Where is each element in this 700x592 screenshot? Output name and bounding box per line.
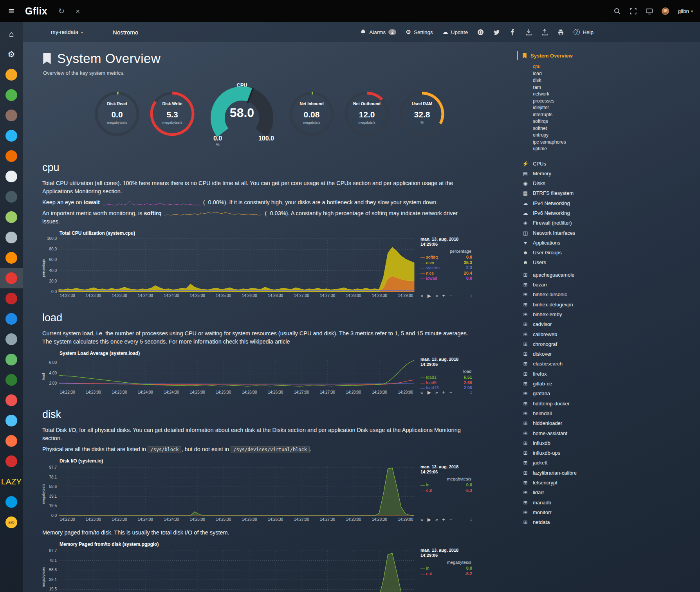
rn-section-disks[interactable]: ◉Disks [522,178,696,188]
chart-pan-backward-button[interactable]: « [420,390,423,395]
rn-app-binhex-delugevpn[interactable]: ⊞binhex-delugevpn [522,300,696,309]
sidebar-tab-plex[interactable] [0,166,23,187]
rn-app-jackett[interactable]: ⊞jackett [522,458,696,468]
user-menu[interactable]: gilbn▾ [678,8,693,14]
rn-app-letsencrypt[interactable]: ⊞letsencrypt [522,478,696,488]
legend-row-in[interactable]: — in0.0 [420,566,472,571]
print-icon[interactable] [557,29,564,36]
settings-button[interactable]: ⚙Settings [406,29,433,36]
chart-resize-handle[interactable]: ↕ [470,293,472,299]
rn-app-calibreweb[interactable]: ⊞calibreweb [522,329,696,339]
chart-pan-forward-button[interactable]: » [435,390,438,395]
rn-subitem-network[interactable]: network [533,91,696,98]
gauge-net-outbound[interactable]: Net Outbound12.0megabits/s [342,90,391,141]
fullscreen-icon[interactable] [630,7,637,15]
update-button[interactable]: ☁Update [442,29,468,36]
rn-subitem-disk[interactable]: disk [533,77,696,84]
legend-row-iowait[interactable]: — iowait0.0 [420,276,472,281]
sidebar-tab-snip[interactable] [0,227,23,248]
hamburger-menu-icon[interactable]: ≡ [0,0,23,22]
alarms-button[interactable]: Alarms 2 [360,29,396,36]
legend-row-out[interactable]: — out-5.2 [420,571,472,577]
sidebar-tab-calibre[interactable] [0,105,23,126]
legend-row-softirq[interactable]: — softirq0.0 [420,255,472,260]
rn-app-gitlab-ce[interactable]: ⊞gitlab-ce [522,379,696,389]
chart-zoom-in-button[interactable]: + [442,293,445,299]
sidebar-tab-grafana[interactable] [0,207,23,227]
chart-pan-backward-button[interactable]: « [420,517,423,522]
rn-section-firewall-netfilter-[interactable]: ◈Firewall (netfilter) [522,218,696,228]
rn-subitem-load[interactable]: load [533,70,696,77]
twitter-icon[interactable] [493,29,500,36]
legend-row-load5[interactable]: — load52.68 [420,380,472,386]
rn-app-hddtemp-docker[interactable]: ⊞hddtemp-docker [522,399,696,408]
rn-section-users[interactable]: ☻Users [522,257,696,267]
sidebar-tab-lazylibrarian[interactable]: LAZY [0,471,23,492]
sidebar-tab-nextcloud[interactable] [0,492,23,512]
rn-section-applications[interactable]: ♥Applications [522,238,696,248]
legend-row-nice[interactable]: — nice20.4 [420,271,472,276]
sidebar-tab-organizr[interactable] [0,65,23,85]
chart-resize-handle[interactable]: ↕ [470,517,472,522]
avatar[interactable] [662,7,669,15]
close-tab-icon[interactable]: × [76,7,80,16]
rn-subitem-entropy[interactable]: entropy [533,132,696,139]
sidebar-tab-jackett[interactable] [0,146,23,166]
sidebar-tab-settings[interactable]: ⚙ [0,44,23,65]
refresh-icon[interactable]: ↻ [58,7,65,16]
chart-play-button[interactable]: ▶ [428,517,431,522]
legend-row-user[interactable]: — user35.3 [420,260,472,266]
legend-row-out[interactable]: — out-5.3 [420,488,472,493]
rn-section-memory[interactable]: ▤Memory [522,169,696,178]
download-icon[interactable] [525,29,532,36]
rn-section-user-groups[interactable]: ☻User Groups [522,248,696,257]
screenshot-icon[interactable] [646,7,653,15]
sidebar-tab-ombi[interactable] [0,248,23,268]
github-icon[interactable] [477,29,484,36]
rn-app-influxdb-ups[interactable]: ⊞influxdb-ups [522,448,696,458]
gauge-cpu[interactable]: CPU58.00.0100.0% [203,82,281,149]
sidebar-tab-airsonic[interactable] [0,126,23,146]
rn-subitem-cpu[interactable]: cpu [533,63,696,70]
rn-section-ipv4-networking[interactable]: ☁IPv4 Networking [522,198,696,208]
rn-app-home-assistant[interactable]: ⊞home-assistant [522,428,696,438]
rn-app-cadvisor[interactable]: ⊞cadvisor [522,319,696,329]
chart-resize-handle[interactable]: ↕ [470,390,472,395]
sidebar-tab-htop[interactable] [0,370,23,390]
chart-play-button[interactable]: ▶ [428,293,431,299]
rn-app-hiddenloader[interactable]: ⊞hiddenloader [522,418,696,428]
rn-app-elasticsearch[interactable]: ⊞elasticsearch [522,359,696,369]
right-nav-active-section[interactable]: System Overview [517,51,696,60]
legend-row-load1[interactable]: — load16.51 [420,375,472,380]
chart-plot[interactable]: 14:22:3014:23:0014:23:3014:24:0014:24:30… [42,464,417,523]
facebook-icon[interactable] [509,29,516,36]
rn-app-monitorr[interactable]: ⊞monitorr [522,507,696,517]
rn-subitem-processes[interactable]: processes [533,98,696,105]
gauge-used-ram[interactable]: Used RAM32.8% [397,90,447,141]
sidebar-tab-gitlab[interactable] [0,431,23,451]
chart-zoom-out-button[interactable]: − [449,390,452,395]
rn-app-grafana[interactable]: ⊞grafana [522,389,696,398]
sidebar-tab-medusa[interactable] [0,390,23,410]
rn-app-apacheguacamole[interactable]: ⊞apacheguacamole [522,270,696,280]
sidebar-tab-filebrowser[interactable] [0,410,23,431]
sidebar-tab-radarr[interactable] [0,187,23,207]
chart-plot[interactable]: 14:22:3014:23:0014:23:3014:24:0014:24:30… [42,357,417,396]
chart-zoom-in-button[interactable]: + [442,517,445,522]
rn-section-ipv6-networking[interactable]: ☁IPv6 Networking [522,208,696,218]
chart-pan-forward-button[interactable]: » [435,517,438,522]
upload-icon[interactable] [541,29,548,36]
rn-section-network-interfaces[interactable]: ◫Network Interfaces [522,228,696,238]
sidebar-tab-bazarr[interactable] [0,288,23,309]
sidebar-tab-sabnzbd[interactable]: sab [0,512,23,533]
legend-row-in[interactable]: — in0.0 [420,482,472,488]
rn-app-binhex-airsonic[interactable]: ⊞binhex-airsonic [522,290,696,299]
rn-subitem-softnet[interactable]: softnet [533,125,696,132]
sidebar-tab-emby[interactable] [0,85,23,105]
chart-plot[interactable]: 14:22:3014:23:0014:23:3014:24:0014:24:30… [42,237,417,299]
rn-section-btrfs-filesystem[interactable]: ▦BTRFS filesystem [522,188,696,198]
rn-app-mariadb[interactable]: ⊞mariadb [522,498,696,507]
chart-zoom-out-button[interactable]: − [449,293,452,299]
rn-app-binhex-emby[interactable]: ⊞binhex-emby [522,309,696,319]
rn-app-heimdall[interactable]: ⊞heimdall [522,408,696,418]
